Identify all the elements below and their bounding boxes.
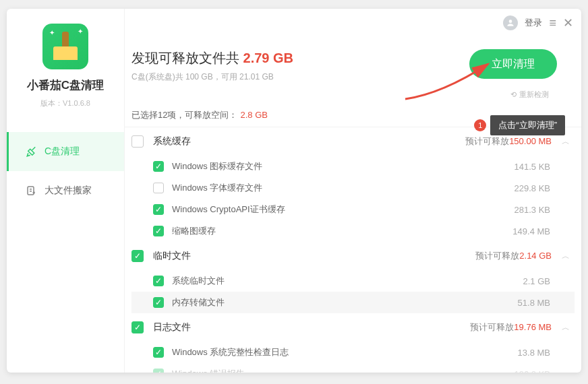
item-name: Windows 字体缓存文件 <box>172 182 514 194</box>
chevron-up-icon[interactable]: ︿ <box>557 136 575 148</box>
item-size: 13.8 MB <box>518 348 550 358</box>
nav-item-clean[interactable]: C盘清理 <box>7 132 124 171</box>
item-size: 281.3 KB <box>514 205 551 215</box>
checkbox[interactable]: ✓ <box>153 161 164 172</box>
app-logo: ✦ ✦ <box>42 24 88 69</box>
list-item[interactable]: ✓ 内存转储文件 51.8 MB <box>131 292 575 313</box>
refresh-icon: ⟲ <box>510 90 517 99</box>
annotation-callout: 1 点击“立即清理” <box>474 115 565 135</box>
list-item[interactable]: ✓ 缩略图缓存 149.4 MB <box>131 220 575 242</box>
item-size: 196.0 KB <box>514 369 551 373</box>
checkbox[interactable]: ✓ <box>153 276 164 286</box>
clean-now-button[interactable]: 立即清理 <box>469 49 557 79</box>
menu-icon[interactable]: ≡ <box>549 16 556 30</box>
item-name: 缩略图缓存 <box>172 225 512 237</box>
group-estimate: 预计可释放150.00 MB <box>465 135 552 148</box>
checkbox[interactable]: ✓ <box>131 321 144 333</box>
callout-number: 1 <box>474 119 486 131</box>
item-name: Windows 图标缓存文件 <box>172 160 514 172</box>
checkbox[interactable]: ✓ <box>153 297 164 308</box>
item-name: 系统临时文件 <box>172 275 523 287</box>
broom-icon <box>26 146 38 158</box>
checkbox[interactable] <box>153 183 164 193</box>
item-name: 内存转储文件 <box>172 296 518 309</box>
nav-label: C盘清理 <box>45 146 80 158</box>
list-item[interactable]: ✓ Windows 错误报告 196.0 KB <box>131 363 575 373</box>
item-size: 149.4 MB <box>512 226 550 236</box>
group-header[interactable]: ✓ 临时文件 预计可释放2.14 GB ︿ <box>131 242 575 270</box>
app-version: 版本：V1.0.6.8 <box>40 98 90 108</box>
group-name: 临时文件 <box>153 250 475 262</box>
item-size: 51.8 MB <box>518 298 550 308</box>
item-size: 229.8 KB <box>514 183 551 193</box>
list-item[interactable]: ✓ Windows CryptoAPI证书缓存 281.3 KB <box>131 199 575 220</box>
nav-label: 大文件搬家 <box>45 185 92 197</box>
topbar: 登录 ≡ ✕ <box>503 15 573 30</box>
disk-subtitle: C盘(系统盘)共 100 GB，可用 21.01 GB <box>131 71 469 83</box>
main-panel: 登录 ≡ ✕ 发现可释放文件共 2.79 GB C盘(系统盘)共 100 GB，… <box>125 9 581 373</box>
item-name: Windows CryptoAPI证书缓存 <box>172 203 514 216</box>
list-item[interactable]: ✓ Windows 图标缓存文件 141.5 KB <box>131 156 575 177</box>
group-header[interactable]: ✓ 日志文件 预计可释放19.76 MB ︿ <box>131 313 575 342</box>
item-name: Windows 错误报告 <box>172 368 514 373</box>
nav-item-bigfiles[interactable]: 大文件搬家 <box>7 171 124 210</box>
group-name: 系统缓存 <box>153 135 465 148</box>
checkbox[interactable]: ✓ <box>153 347 164 358</box>
rescan-link[interactable]: ⟲ 重新检测 <box>125 90 581 104</box>
checkbox[interactable]: ✓ <box>153 204 164 215</box>
item-name: Windows 系统完整性检查日志 <box>172 346 518 358</box>
file-move-icon <box>26 185 38 197</box>
group-estimate: 预计可释放2.14 GB <box>475 250 552 262</box>
chevron-up-icon[interactable]: ︿ <box>557 322 575 333</box>
item-size: 141.5 KB <box>514 162 551 172</box>
list-item[interactable]: ✓ 系统临时文件 2.1 GB <box>131 270 575 292</box>
group-name: 日志文件 <box>153 321 470 333</box>
checkbox[interactable]: ✓ <box>131 250 144 262</box>
close-icon[interactable]: ✕ <box>563 15 573 30</box>
results-list: 系统缓存 预计可释放150.00 MB ︿✓ Windows 图标缓存文件 14… <box>125 127 581 373</box>
avatar-icon[interactable] <box>503 15 518 30</box>
sidebar: ✦ ✦ 小番茄C盘清理 版本：V1.0.6.8 C盘清理 大文件搬家 <box>7 9 125 373</box>
app-name: 小番茄C盘清理 <box>27 77 104 93</box>
checkbox[interactable] <box>131 135 144 148</box>
item-size: 2.1 GB <box>523 276 550 286</box>
login-link[interactable]: 登录 <box>525 17 542 29</box>
scan-title: 发现可释放文件共 2.79 GB <box>131 49 469 67</box>
chevron-up-icon[interactable]: ︿ <box>557 251 575 262</box>
list-item[interactable]: Windows 字体缓存文件 229.8 KB <box>131 177 575 199</box>
checkbox[interactable]: ✓ <box>153 369 164 373</box>
svg-point-1 <box>509 20 512 23</box>
list-item[interactable]: ✓ Windows 系统完整性检查日志 13.8 MB <box>131 342 575 363</box>
checkbox[interactable]: ✓ <box>153 226 164 236</box>
callout-text: 点击“立即清理” <box>490 115 565 135</box>
group-estimate: 预计可释放19.76 MB <box>470 321 552 333</box>
